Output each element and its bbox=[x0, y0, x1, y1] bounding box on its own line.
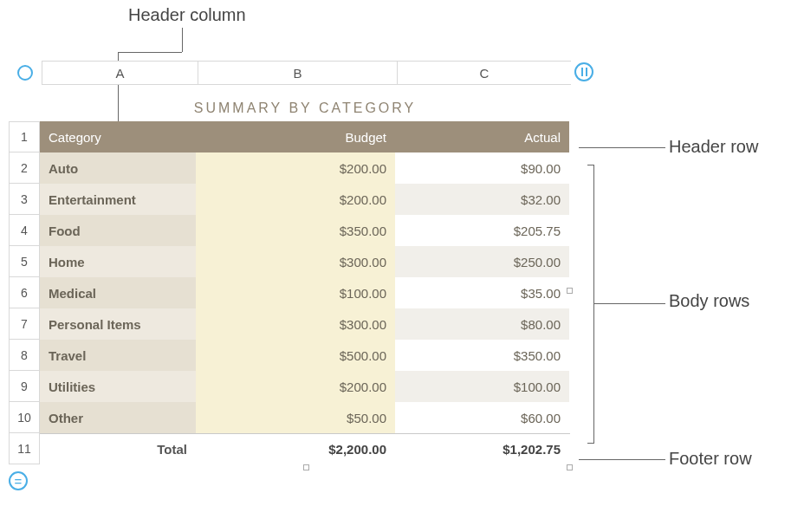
row-number[interactable]: 10 bbox=[9, 402, 40, 433]
cell-actual[interactable]: $80.00 bbox=[395, 308, 569, 340]
annotation-line bbox=[579, 147, 665, 148]
table: SUMMARY BY CATEGORY Category Budget Actu… bbox=[40, 85, 570, 464]
spreadsheet: A B C 1 2 3 4 5 6 7 8 9 10 11 SUMMARY bbox=[9, 61, 580, 464]
cell-budget[interactable]: $300.00 bbox=[196, 246, 395, 277]
cell-category[interactable]: Auto bbox=[40, 152, 196, 184]
column-header-B[interactable]: B bbox=[198, 61, 397, 85]
cell-budget[interactable]: $100.00 bbox=[196, 277, 395, 308]
cell-category[interactable]: Home bbox=[40, 246, 196, 277]
table-row: Auto $200.00 $90.00 bbox=[40, 152, 570, 184]
row-number[interactable]: 2 bbox=[9, 152, 40, 184]
row-number[interactable]: 9 bbox=[9, 371, 40, 402]
cell-actual[interactable]: $35.00 bbox=[395, 277, 569, 308]
row-numbers: 1 2 3 4 5 6 7 8 9 10 11 bbox=[9, 85, 40, 464]
cell-budget[interactable]: $350.00 bbox=[196, 215, 395, 246]
table-row: Food $350.00 $205.75 bbox=[40, 215, 570, 246]
cell-actual[interactable]: $90.00 bbox=[395, 152, 569, 184]
cell-actual[interactable]: $32.00 bbox=[395, 184, 569, 215]
cell-category[interactable]: Travel bbox=[40, 340, 196, 371]
header-cell-category[interactable]: Category bbox=[40, 121, 196, 152]
annotation-header-column: Header column bbox=[128, 5, 246, 25]
cell-budget[interactable]: $200.00 bbox=[196, 152, 395, 184]
cell-category[interactable]: Entertainment bbox=[40, 184, 196, 215]
row-number[interactable]: 3 bbox=[9, 184, 40, 215]
select-all-circle[interactable] bbox=[9, 61, 42, 85]
table-footer-row: Total $2,200.00 $1,202.75 bbox=[40, 433, 570, 464]
footer-cell-label[interactable]: Total bbox=[40, 434, 196, 464]
add-column-icon[interactable] bbox=[574, 62, 593, 81]
cell-category[interactable]: Other bbox=[40, 402, 196, 433]
cell-category[interactable]: Medical bbox=[40, 277, 196, 308]
table-row: Entertainment $200.00 $32.00 bbox=[40, 184, 570, 215]
annotation-body-rows: Body rows bbox=[669, 291, 749, 311]
resize-handle[interactable] bbox=[303, 464, 309, 470]
annotation-footer-row: Footer row bbox=[669, 449, 752, 469]
annotation-line bbox=[182, 28, 183, 52]
annotation-line bbox=[118, 52, 182, 53]
row-number[interactable]: 4 bbox=[9, 215, 40, 246]
cell-category[interactable]: Utilities bbox=[40, 371, 196, 402]
cell-actual[interactable]: $205.75 bbox=[395, 215, 569, 246]
row-number[interactable]: 7 bbox=[9, 308, 40, 340]
footer-cell-budget[interactable]: $2,200.00 bbox=[196, 434, 395, 464]
table-row: Home $300.00 $250.00 bbox=[40, 246, 570, 277]
cell-category[interactable]: Food bbox=[40, 215, 196, 246]
annotation-bracket-body bbox=[587, 165, 594, 444]
cell-budget[interactable]: $500.00 bbox=[196, 340, 395, 371]
cell-budget[interactable]: $300.00 bbox=[196, 308, 395, 340]
cell-actual[interactable]: $100.00 bbox=[395, 371, 569, 402]
header-cell-actual[interactable]: Actual bbox=[395, 121, 569, 152]
row-number[interactable]: 6 bbox=[9, 277, 40, 308]
annotation-header-row: Header row bbox=[669, 137, 758, 157]
row-number[interactable]: 5 bbox=[9, 246, 40, 277]
row-number[interactable]: 11 bbox=[9, 433, 40, 464]
column-header-C[interactable]: C bbox=[397, 61, 571, 85]
cell-actual[interactable]: $60.00 bbox=[395, 402, 569, 433]
column-letters-bar: A B C bbox=[9, 61, 580, 85]
resize-handle[interactable] bbox=[567, 288, 573, 294]
table-row: Other $50.00 $60.00 bbox=[40, 402, 570, 433]
footer-cell-actual[interactable]: $1,202.75 bbox=[395, 434, 569, 464]
table-header-row: Category Budget Actual bbox=[40, 121, 570, 152]
header-cell-budget[interactable]: Budget bbox=[196, 121, 395, 152]
table-row: Medical $100.00 $35.00 bbox=[40, 277, 570, 308]
annotation-line bbox=[594, 303, 665, 304]
cell-budget[interactable]: $200.00 bbox=[196, 184, 395, 215]
cell-category[interactable]: Personal Items bbox=[40, 308, 196, 340]
table-title: SUMMARY BY CATEGORY bbox=[40, 85, 570, 121]
row-number[interactable]: 8 bbox=[9, 340, 40, 371]
table-row: Travel $500.00 $350.00 bbox=[40, 340, 570, 371]
add-row-icon[interactable]: = bbox=[9, 471, 28, 490]
row-number[interactable]: 1 bbox=[9, 121, 40, 152]
table-row: Utilities $200.00 $100.00 bbox=[40, 371, 570, 402]
cell-budget[interactable]: $200.00 bbox=[196, 371, 395, 402]
cell-budget[interactable]: $50.00 bbox=[196, 402, 395, 433]
cell-actual[interactable]: $350.00 bbox=[395, 340, 569, 371]
table-row: Personal Items $300.00 $80.00 bbox=[40, 308, 570, 340]
column-header-A[interactable]: A bbox=[42, 61, 198, 85]
annotation-line bbox=[579, 459, 665, 460]
resize-handle[interactable] bbox=[567, 464, 573, 470]
cell-actual[interactable]: $250.00 bbox=[395, 246, 569, 277]
